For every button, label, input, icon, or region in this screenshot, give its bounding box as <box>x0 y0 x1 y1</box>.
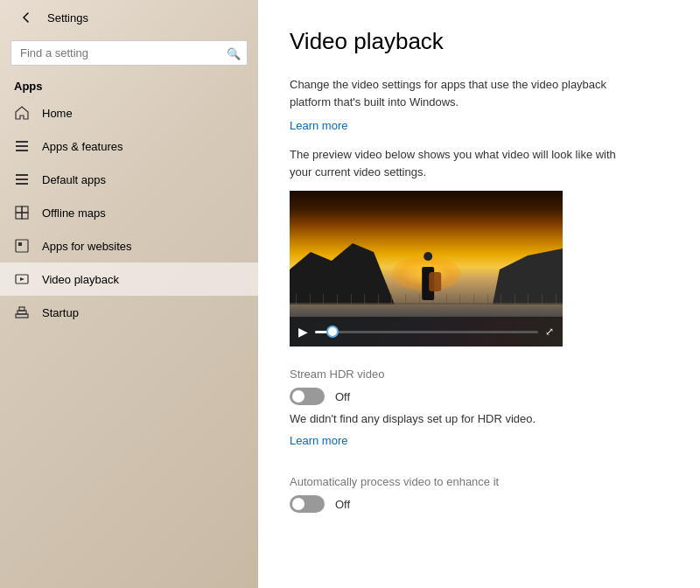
sidebar-item-apps-features-label: Apps & features <box>42 140 123 153</box>
default-apps-icon <box>14 172 30 187</box>
learn-more-link-1[interactable]: Learn more <box>290 119 347 132</box>
enhance-toggle-thumb <box>292 498 304 510</box>
hdr-toggle[interactable] <box>290 388 325 405</box>
svg-rect-14 <box>16 314 28 318</box>
hdr-section-label: Stream HDR video <box>290 368 668 381</box>
enhance-section: Automatically process video to enhance i… <box>290 475 668 513</box>
page-title: Video playback <box>290 28 668 55</box>
play-button[interactable]: ▶ <box>298 325 308 339</box>
sidebar-item-home-label: Home <box>42 107 73 120</box>
offline-maps-icon <box>14 205 30 220</box>
expand-button[interactable]: ⤢ <box>545 326 554 338</box>
sidebar-item-default-apps[interactable]: Default apps <box>0 163 258 196</box>
sidebar-item-apps-websites-label: Apps for websites <box>42 240 132 253</box>
enhance-toggle-row: Off <box>290 495 668 513</box>
search-icon: 🔍 <box>227 46 241 60</box>
enhance-toggle[interactable] <box>290 495 325 513</box>
home-icon <box>14 105 30 121</box>
learn-more-link-2[interactable]: Learn more <box>290 434 347 447</box>
svg-rect-9 <box>22 213 28 219</box>
svg-rect-3 <box>16 174 28 176</box>
sidebar-item-startup[interactable]: Startup <box>0 296 258 329</box>
hdr-toggle-thumb <box>292 390 304 402</box>
search-input[interactable] <box>10 40 248 66</box>
svg-rect-0 <box>16 141 28 143</box>
video-playback-icon <box>14 271 30 287</box>
sidebar-item-video-playback-label: Video playback <box>42 273 119 286</box>
svg-rect-4 <box>16 178 28 180</box>
svg-rect-15 <box>18 311 26 314</box>
sidebar-item-home[interactable]: Home <box>0 96 258 130</box>
hdr-section: Stream HDR video Off We didn't find any … <box>290 368 668 461</box>
apps-features-icon <box>14 138 30 154</box>
svg-rect-11 <box>18 242 22 246</box>
apps-websites-icon <box>14 238 30 254</box>
sidebar: Settings 🔍 Apps Home Apps & features <box>0 0 258 588</box>
hdr-toggle-row: Off <box>290 388 668 405</box>
sidebar-item-offline-maps-label: Offline maps <box>42 206 106 220</box>
sidebar-item-video-playback[interactable]: Video playback <box>0 262 258 296</box>
sidebar-item-startup-label: Startup <box>42 306 79 319</box>
sidebar-item-apps-features[interactable]: Apps & features <box>0 130 258 163</box>
svg-rect-1 <box>16 145 28 147</box>
sidebar-header: Settings <box>0 0 258 35</box>
hdr-toggle-label: Off <box>335 390 350 403</box>
sidebar-item-offline-maps[interactable]: Offline maps <box>0 196 258 229</box>
enhance-section-label: Automatically process video to enhance i… <box>290 475 668 488</box>
enhance-toggle-label: Off <box>335 498 350 511</box>
svg-rect-5 <box>16 183 28 185</box>
video-player: ▶ ⤢ <box>290 191 563 346</box>
video-controls: ▶ ⤢ <box>290 317 563 346</box>
main-content: Video playback Change the video settings… <box>258 0 700 588</box>
video-progress-bar[interactable] <box>315 331 538 333</box>
svg-marker-13 <box>20 277 24 281</box>
video-progress-thumb <box>326 326 339 338</box>
back-button[interactable] <box>14 5 38 30</box>
svg-rect-7 <box>22 206 28 213</box>
svg-rect-16 <box>19 307 24 311</box>
sidebar-item-default-apps-label: Default apps <box>42 173 106 186</box>
video-progress-fill <box>315 331 332 333</box>
svg-rect-6 <box>16 206 22 213</box>
sidebar-title: Settings <box>47 11 88 24</box>
sidebar-item-apps-websites[interactable]: Apps for websites <box>0 229 258 262</box>
svg-rect-2 <box>16 150 28 151</box>
video-figure <box>418 252 438 300</box>
startup-icon <box>14 304 30 320</box>
video-background <box>290 191 563 318</box>
search-box: 🔍 <box>10 40 248 66</box>
preview-text: The preview video below shows you what v… <box>290 146 640 180</box>
apps-section-label: Apps <box>0 74 258 96</box>
hdr-helper-text: We didn't find any displays set up for H… <box>290 412 640 425</box>
main-description: Change the video settings for apps that … <box>290 76 640 110</box>
svg-rect-8 <box>16 213 22 219</box>
